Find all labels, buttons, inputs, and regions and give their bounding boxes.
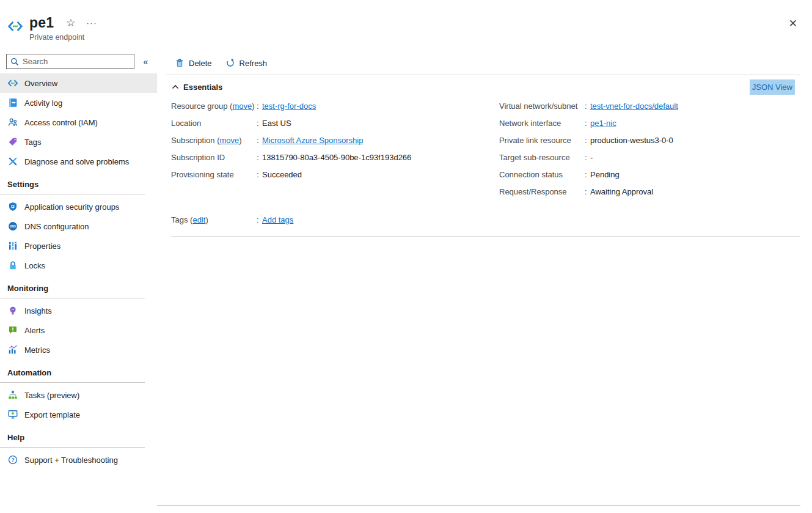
connection-status-value: Pending <box>590 170 620 179</box>
favorite-star-icon[interactable]: ☆ <box>66 18 75 28</box>
sidebar-item-label: Locks <box>24 261 45 270</box>
sliders-icon <box>7 240 18 251</box>
request-response-value: Awaiting Approval <box>590 187 653 196</box>
refresh-button[interactable]: Refresh <box>225 58 268 68</box>
content-bottom-divider <box>157 505 800 506</box>
move-subscription-link[interactable]: move <box>219 136 239 145</box>
subscription-row: Subscription (move) : Microsoft Azure Sp… <box>171 131 499 149</box>
resource-group-row: Resource group (move) : test-rg-for-docs <box>171 97 499 114</box>
private-endpoint-icon <box>7 18 23 34</box>
search-input[interactable] <box>23 57 130 66</box>
private-endpoint-icon <box>7 78 18 89</box>
sidebar-item-insights[interactable]: Insights <box>0 301 157 320</box>
private-link-resource-value: production-westus3-0-0 <box>590 136 673 145</box>
sidebar-item-alerts[interactable]: Alerts <box>0 320 157 340</box>
sidebar-section-help: Help <box>0 433 145 448</box>
search-box[interactable] <box>6 54 134 69</box>
sidebar-item-diagnose-solve-problems[interactable]: Diagnose and solve problems <box>0 152 157 171</box>
sidebar-item-label: Tasks (preview) <box>24 391 79 400</box>
refresh-icon <box>225 58 235 68</box>
sidebar-item-label: Insights <box>24 306 52 316</box>
edit-tags-link[interactable]: edit <box>192 215 205 224</box>
json-view-link[interactable]: JSON View <box>750 79 795 95</box>
sidebar-item-label: Access control (IAM) <box>24 118 98 127</box>
refresh-label: Refresh <box>240 59 268 68</box>
sidebar-item-tasks-preview[interactable]: Tasks (preview) <box>0 385 157 405</box>
subscription-link[interactable]: Microsoft Azure Sponsorship <box>262 136 363 145</box>
crossed-tools-icon <box>7 156 18 167</box>
sidebar-item-label: Overview <box>24 79 57 88</box>
sidebar-menu: Overview Activity log <box>0 73 157 470</box>
sidebar-item-locks[interactable]: Locks <box>0 256 157 275</box>
location-value: East US <box>262 119 291 128</box>
sidebar-item-label: Application security groups <box>24 202 119 212</box>
request-response-row: Request/Response : Awaiting Approval <box>499 183 800 200</box>
essentials-title: Essentials <box>183 83 222 92</box>
sidebar-item-overview[interactable]: Overview <box>0 73 157 93</box>
private-endpoint-page: pe1 ☆ ··· Private endpoint ✕ « <box>0 0 812 513</box>
network-interface-row: Network interface : pe1-nic <box>499 114 800 131</box>
sidebar-item-label: Activity log <box>24 98 62 108</box>
sidebar-item-properties[interactable]: Properties <box>0 236 157 256</box>
lightbulb-icon <box>7 305 18 316</box>
connection-status-row: Connection status : Pending <box>499 166 800 183</box>
more-options-icon[interactable]: ··· <box>86 19 97 27</box>
sidebar-item-label: DNS configuration <box>24 222 89 231</box>
delete-button[interactable]: Delete <box>175 58 212 68</box>
search-icon <box>10 57 19 66</box>
virtual-network-subnet-row: Virtual network/subnet : test-vnet-for-d… <box>499 97 800 114</box>
command-bar: Delete Refresh <box>175 56 812 70</box>
shield-icon <box>7 201 18 212</box>
subscription-id-value: 13815790-80a3-4505-90be-1c93f193d266 <box>262 153 411 162</box>
sidebar-item-metrics[interactable]: Metrics <box>0 340 157 360</box>
sidebar-item-support-troubleshooting[interactable]: ? Support + Troubleshooting <box>0 450 157 470</box>
trash-icon <box>175 58 185 68</box>
alert-bubble-icon <box>7 325 18 336</box>
virtual-network-subnet-link[interactable]: test-vnet-for-docs/default <box>590 101 678 111</box>
move-resource-group-link[interactable]: move <box>232 101 252 111</box>
tag-icon <box>7 136 18 147</box>
location-row: Location : East US <box>171 114 499 131</box>
access-control-icon <box>7 117 18 128</box>
sidebar-item-dns-configuration[interactable]: DNS DNS configuration <box>0 216 157 236</box>
subscription-id-row: Subscription ID : 13815790-80a3-4505-90b… <box>171 149 499 166</box>
essentials-bottom-divider <box>171 236 800 237</box>
sidebar-collapse-button[interactable]: « <box>134 57 157 67</box>
sidebar-item-application-security-groups[interactable]: Application security groups <box>0 197 157 216</box>
svg-text:DNS: DNS <box>10 225 16 228</box>
sidebar-item-label: Export template <box>24 410 80 419</box>
sidebar-item-access-control-iam[interactable]: Access control (IAM) <box>0 113 157 132</box>
provisioning-state-value: Succeeded <box>262 170 302 179</box>
target-sub-resource-row: Target sub-resource : - <box>499 149 800 166</box>
question-mark-icon: ? <box>7 454 18 465</box>
overview-pane: Delete Refresh Essentials <box>157 50 812 513</box>
resource-type-label: Private endpoint <box>29 33 97 42</box>
sidebar-item-label: Alerts <box>24 326 45 335</box>
page-title: pe1 <box>29 15 54 31</box>
close-button[interactable]: ✕ <box>789 18 797 29</box>
svg-text:?: ? <box>11 457 14 463</box>
provisioning-state-row: Provisioning state : Succeeded <box>171 166 499 183</box>
sidebar-item-label: Tags <box>24 138 41 147</box>
sidebar-item-export-template[interactable]: Export template <box>0 405 157 424</box>
resource-menu-sidebar: « Overview <box>0 50 157 513</box>
lock-icon <box>7 260 18 271</box>
add-tags-link[interactable]: Add tags <box>262 215 293 224</box>
sidebar-item-label: Properties <box>24 242 60 251</box>
sidebar-item-label: Diagnose and solve problems <box>24 157 129 166</box>
dns-icon: DNS <box>7 221 18 232</box>
network-interface-link[interactable]: pe1-nic <box>590 119 616 128</box>
resource-header: pe1 ☆ ··· Private endpoint ✕ <box>0 0 812 50</box>
activity-log-icon <box>7 97 18 108</box>
delete-label: Delete <box>189 59 212 68</box>
chevron-up-icon[interactable] <box>171 83 180 92</box>
sidebar-item-tags[interactable]: Tags <box>0 132 157 152</box>
sidebar-section-settings: Settings <box>0 180 145 194</box>
resource-group-link[interactable]: test-rg-for-docs <box>262 101 316 111</box>
sidebar-section-monitoring: Monitoring <box>0 284 145 298</box>
export-template-icon <box>7 409 18 420</box>
sidebar-item-activity-log[interactable]: Activity log <box>0 93 157 113</box>
private-link-resource-row: Private link resource : production-westu… <box>499 131 800 149</box>
essentials-grid: Resource group (move) : test-rg-for-docs… <box>157 94 812 200</box>
essentials-header: Essentials JSON View <box>157 75 812 94</box>
